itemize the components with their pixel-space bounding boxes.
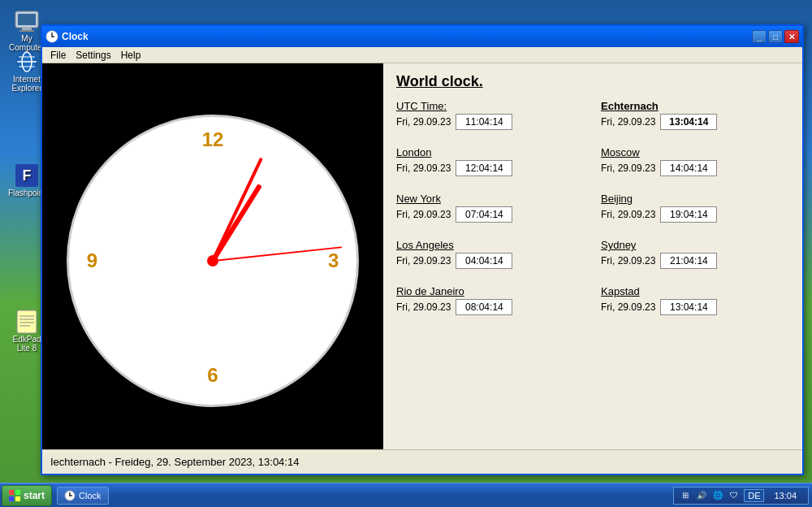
clock-entry-new-york: New YorkFri, 29.09.2307:04:14 [396,193,585,223]
system-tray: ⊞ 🔊 🌐 🛡 DE 13:04 [673,487,809,505]
row-spacer [396,275,789,279]
clock-number-6: 6 [207,364,218,387]
city-time-row: Fri, 29.09.2308:04:14 [396,299,585,315]
city-date: Fri, 29.09.23 [396,162,451,174]
clock-entry-los-angeles: Los AngelesFri, 29.09.2304:04:14 [396,239,585,269]
clock-entry-beijing: BeijingFri, 29.09.2319:04:14 [601,193,789,223]
city-time-box: 21:04:14 [660,253,717,269]
flashpoint-icon: F [14,162,40,188]
svg-rect-23 [15,496,20,501]
start-button[interactable]: start [2,485,52,506]
taskbar-time: 13:04 [767,491,803,500]
city-time-box: 12:04:14 [456,160,512,176]
clock-entry-sydney: SydneyFri, 29.09.2321:04:14 [601,239,789,269]
city-name-kapstad[interactable]: Kapstad [601,285,789,297]
city-name-moscow[interactable]: Moscow [601,146,789,158]
city-time-row: Fri, 29.09.2312:04:14 [396,160,585,176]
taskbar-right: ⊞ 🔊 🌐 🛡 DE 13:04 [673,487,812,505]
svg-point-27 [69,495,71,496]
city-date: Fri, 29.09.23 [601,162,655,174]
city-name-new-york[interactable]: New York [396,193,585,205]
svg-rect-2 [22,28,32,30]
world-clock-panel: World clock. UTC Time:Fri, 29.09.2311:04… [383,63,802,457]
city-name-los-angeles[interactable]: Los Angeles [396,239,585,251]
city-time-row: Fri, 29.09.2313:04:14 [601,114,789,130]
city-time-box: 08:04:14 [456,299,512,315]
menu-file[interactable]: File [45,48,71,63]
row-spacer [396,229,789,232]
city-name-sydney[interactable]: Sydney [601,239,789,251]
windows-logo-icon [9,490,20,501]
analog-clock: 12 3 6 9 [67,115,359,407]
city-name-utc-time:[interactable]: UTC Time: [396,100,585,112]
svg-rect-3 [19,30,34,32]
city-date: Fri, 29.09.23 [396,301,451,313]
clock-panel: 12 3 6 9 [42,63,383,457]
svg-rect-11 [17,310,37,333]
svg-text:F: F [23,167,32,184]
clock-entry-moscow: MoscowFri, 29.09.2314:04:14 [601,146,789,176]
language-badge[interactable]: DE [744,489,764,502]
start-label: start [24,490,45,501]
taskbar-clock-icon [64,490,76,501]
city-time-row: Fri, 29.09.2313:04:14 [601,299,789,315]
row-spacer [396,183,789,186]
status-text: Iechternach - Freideg, 29. September 202… [50,456,299,468]
city-name-rio-de-janeiro[interactable]: Rio de Janeiro [396,285,585,297]
clock-entry-london: LondonFri, 29.09.2312:04:14 [396,146,585,176]
second-hand [213,246,342,262]
tray-icon-2: 🔊 [695,489,708,502]
city-name-echternach[interactable]: Echternach [601,100,789,112]
menu-help[interactable]: Help [116,48,146,63]
city-time-box: 07:04:14 [456,206,512,223]
city-date: Fri, 29.09.23 [396,209,451,220]
svg-point-19 [51,36,53,37]
city-time-row: Fri, 29.09.2311:04:14 [396,114,585,130]
menubar: File Settings Help [42,47,802,63]
clock-entry-kapstad: KapstadFri, 29.09.2313:04:14 [601,285,789,315]
my-computer-icon [14,8,40,34]
maximize-button[interactable]: □ [768,30,783,43]
city-date: Fri, 29.09.23 [601,301,655,313]
city-time-box: 19:04:14 [660,206,717,223]
minimize-button[interactable]: _ [752,30,767,43]
city-date: Fri, 29.09.23 [601,255,655,266]
clock-entry-echternach: EchternachFri, 29.09.2313:04:14 [601,100,789,130]
city-time-row: Fri, 29.09.2319:04:14 [601,206,789,223]
city-date: Fri, 29.09.23 [396,116,451,128]
tray-icon-1: ⊞ [679,489,692,502]
city-time-row: Fri, 29.09.2314:04:14 [601,160,789,176]
clock-number-12: 12 [202,128,224,151]
svg-rect-21 [15,490,20,495]
menu-settings[interactable]: Settings [71,48,115,63]
clock-entry-rio-de-janeiro: Rio de JaneiroFri, 29.09.2308:04:14 [396,285,585,315]
city-time-row: Fri, 29.09.2307:04:14 [396,206,585,223]
window-title: Clock [62,31,752,42]
taskbar: start Clock ⊞ 🔊 🌐 🛡 DE 13:04 [0,483,812,507]
edkpad-icon [14,309,40,335]
city-time-box: 14:04:14 [660,160,717,176]
world-clock-title: World clock. [396,73,789,90]
window-titlebar: Clock _ □ ✕ [42,26,802,47]
clock-face: 12 3 6 9 [67,115,359,407]
city-time-box: 11:04:14 [456,114,512,130]
minute-hand [211,157,263,261]
clock-center-dot [207,255,218,266]
clock-window: Clock _ □ ✕ File Settings Help 12 3 [41,24,804,475]
city-date: Fri, 29.09.23 [601,209,655,220]
close-button[interactable]: ✕ [784,30,799,43]
city-time-row: Fri, 29.09.2321:04:14 [601,253,789,269]
taskbar-clock-app[interactable]: Clock [57,487,109,505]
svg-rect-22 [9,496,14,501]
row-spacer [396,136,789,140]
city-date: Fri, 29.09.23 [396,255,451,266]
city-name-beijing[interactable]: Beijing [601,193,789,205]
city-time-box: 04:04:14 [456,253,512,269]
svg-rect-1 [18,14,36,25]
city-date: Fri, 29.09.23 [601,116,655,128]
status-bar: Iechternach - Freideg, 29. September 202… [42,449,802,474]
clock-number-3: 3 [328,249,339,272]
clock-title-icon [45,30,58,43]
city-name-london[interactable]: London [396,146,585,158]
window-content: 12 3 6 9 [42,63,802,457]
